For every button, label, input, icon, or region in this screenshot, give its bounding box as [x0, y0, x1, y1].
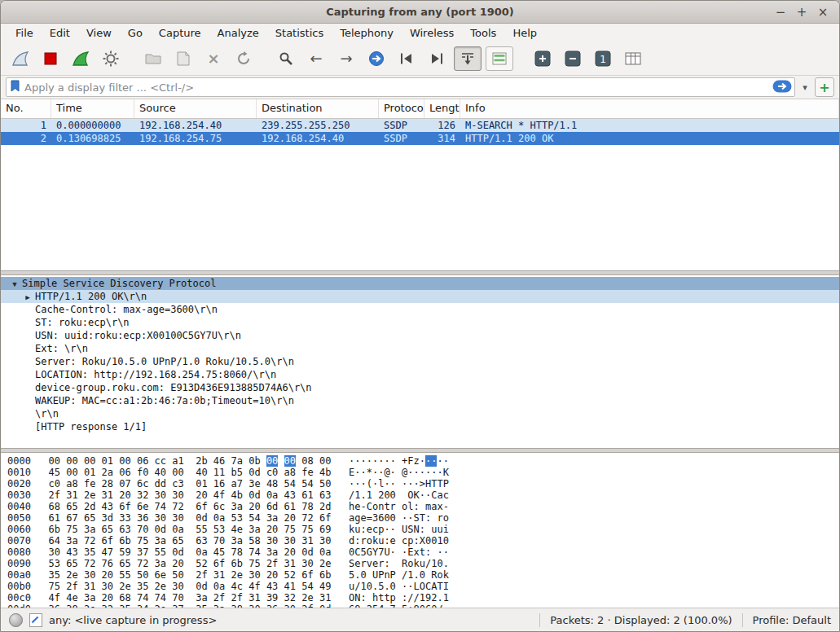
cell-source: 192.168.254.75 — [134, 132, 257, 145]
hex-row-0050[interactable]: 0050 61 67 65 3d 33 36 30 30 0d 0a 53 54… — [7, 512, 839, 524]
cell-length: 126 — [424, 119, 460, 132]
colorize-packets-icon[interactable] — [486, 46, 513, 71]
hex-row-00a0[interactable]: 00a0 35 2e 30 20 55 50 6e 50 2f 31 2e 30… — [7, 569, 839, 581]
detail-line[interactable]: device-group.roku.com: E913D436E913885D7… — [1, 381, 839, 394]
detail-line[interactable]: Cache-Control: max-age=3600\r\n — [1, 303, 839, 316]
detail-line[interactable]: ▼Simple Service Discovery Protocol — [1, 277, 839, 290]
menu-tools[interactable]: Tools — [462, 25, 504, 41]
detail-line[interactable]: Server: Roku/10.5.0 UPnP/1.0 Roku/10.5.0… — [1, 355, 839, 368]
filter-input[interactable] — [20, 81, 772, 94]
close-button[interactable]: × — [816, 6, 829, 19]
expander-open-icon[interactable]: ▼ — [7, 278, 22, 291]
open-file-icon[interactable] — [140, 47, 166, 70]
detail-line[interactable]: [HTTP response 1/1] — [1, 420, 839, 433]
hex-row-0080[interactable]: 0080 30 43 35 47 59 37 55 0d 0a 45 78 74… — [7, 546, 839, 558]
detail-line[interactable]: ▶HTTP/1.1 200 OK\r\n — [1, 290, 839, 303]
capture-options-icon[interactable] — [98, 47, 124, 70]
cell-protocol: SSDP — [379, 119, 424, 132]
filter-dropdown-caret-icon[interactable]: ▾ — [798, 82, 811, 93]
packet-row-1[interactable]: 10.000000000192.168.254.40239.255.255.25… — [1, 119, 839, 132]
zoom-out-icon[interactable] — [560, 47, 586, 70]
menu-telephony[interactable]: Telephony — [332, 25, 402, 41]
status-separator — [742, 613, 743, 627]
menu-edit[interactable]: Edit — [42, 25, 78, 41]
svg-text:1: 1 — [600, 54, 606, 65]
hex-row-0090[interactable]: 0090 53 65 72 76 65 72 3a 20 52 6f 6b 75… — [7, 558, 839, 569]
filter-bar: ▾ + — [1, 76, 839, 99]
menubar: FileEditViewGoCaptureAnalyzeStatisticsTe… — [1, 24, 839, 42]
column-header-destination[interactable]: Destination — [257, 99, 379, 118]
restart-capture-icon[interactable] — [68, 47, 94, 70]
menu-go[interactable]: Go — [120, 25, 151, 41]
profile-text[interactable]: Profile: Default — [753, 614, 831, 626]
filter-add-button[interactable]: + — [815, 77, 834, 97]
hex-row-0070[interactable]: 0070 64 3a 72 6f 6b 75 3a 65 63 70 3a 58… — [7, 535, 839, 546]
cell-no: 2 — [1, 132, 51, 145]
auto-scroll-icon[interactable] — [454, 46, 482, 71]
packet-details-pane: ▼Simple Service Discovery Protocol▶HTTP/… — [1, 275, 839, 448]
menu-wireless[interactable]: Wireless — [402, 25, 462, 41]
packet-row-2[interactable]: 20.130698825192.168.254.75192.168.254.40… — [1, 132, 839, 145]
column-header-time[interactable]: Time — [51, 99, 134, 118]
detail-line[interactable]: Ext: \r\n — [1, 342, 839, 355]
titlebar[interactable]: Capturing from any (port 1900) − + × — [1, 1, 839, 24]
status-right: Packets: 2 · Displayed: 2 (100.0%) Profi… — [539, 613, 831, 627]
detail-line[interactable]: ST: roku:ecp\r\n — [1, 316, 839, 329]
cell-destination: 239.255.255.250 — [257, 119, 379, 132]
resize-columns-icon[interactable] — [620, 47, 646, 70]
hex-row-0000[interactable]: 0000 00 00 00 01 00 06 cc a1 2b 46 7a 0b… — [7, 455, 839, 467]
maximize-button[interactable]: + — [795, 6, 808, 19]
stop-capture-icon[interactable] — [37, 47, 64, 70]
status-separator — [539, 613, 540, 627]
save-file-icon[interactable] — [170, 47, 196, 70]
hex-row-00c0[interactable]: 00c0 4f 4e 3a 20 68 74 74 70 3a 2f 2f 31… — [7, 592, 839, 603]
detail-line[interactable]: LOCATION: http://192.168.254.75:8060/\r\… — [1, 368, 839, 381]
packet-list-header: No.TimeSourceDestinationProtocolLengthIn… — [1, 99, 839, 119]
column-header-length[interactable]: Length — [424, 99, 460, 118]
menu-file[interactable]: File — [7, 25, 42, 41]
toolbar-separator — [517, 49, 526, 68]
capture-status-text: any: <live capture in progress> — [49, 614, 217, 626]
reload-file-icon[interactable] — [231, 47, 257, 70]
cell-info: HTTP/1.1 200 OK — [460, 132, 839, 145]
hex-row-0060[interactable]: 0060 6b 75 3a 65 63 70 0d 0a 55 53 4e 3a… — [7, 524, 839, 535]
hex-row-0040[interactable]: 0040 68 65 2d 43 6f 6e 74 72 6f 6c 3a 20… — [7, 501, 839, 512]
detail-line[interactable]: \r\n — [1, 407, 839, 420]
go-to-packet-icon[interactable] — [363, 47, 389, 70]
toolbar-separator — [128, 49, 136, 68]
detail-line[interactable]: USN: uuid:roku:ecp:X00100C5GY7U\r\n — [1, 329, 839, 342]
expander-closed-icon[interactable]: ▶ — [20, 291, 35, 304]
display-filter-field[interactable] — [6, 77, 795, 97]
hex-row-0030[interactable]: 0030 2f 31 2e 31 20 32 30 30 20 4f 4b 0d… — [7, 489, 839, 501]
menu-analyze[interactable]: Analyze — [209, 25, 267, 41]
cell-time: 0.130698825 — [51, 132, 134, 145]
expert-info-icon[interactable] — [9, 613, 23, 627]
hex-row-0010[interactable]: 0010 45 00 01 2a 06 f0 40 00 40 11 b5 0d… — [7, 467, 839, 478]
filter-bookmark-icon[interactable] — [11, 80, 20, 94]
cell-destination: 192.168.254.40 — [257, 132, 379, 145]
menu-view[interactable]: View — [78, 25, 120, 41]
go-first-packet-icon[interactable] — [394, 47, 420, 70]
minimize-button[interactable]: − — [774, 6, 787, 19]
filter-apply-icon[interactable] — [772, 80, 792, 95]
go-last-packet-icon[interactable] — [424, 47, 450, 70]
go-forward-icon[interactable]: → — [333, 47, 359, 70]
hex-row-00b0[interactable]: 00b0 75 2f 31 30 2e 35 2e 30 0d 0a 4c 4f… — [7, 581, 839, 592]
column-header-protocol[interactable]: Protocol — [379, 99, 424, 118]
hex-row-0020[interactable]: 0020 c0 a8 fe 28 07 6c dd c3 01 16 a7 3e… — [7, 478, 839, 489]
column-header-source[interactable]: Source — [134, 99, 257, 118]
zoom-in-icon[interactable] — [530, 47, 556, 70]
menu-statistics[interactable]: Statistics — [267, 25, 332, 41]
menu-capture[interactable]: Capture — [151, 25, 209, 41]
zoom-original-icon[interactable]: 1 — [590, 47, 616, 70]
toolbar-separator — [261, 49, 269, 68]
column-header-info[interactable]: Info — [460, 99, 839, 118]
start-capture-icon[interactable] — [7, 47, 33, 70]
go-back-icon[interactable]: ← — [303, 47, 329, 70]
close-file-icon[interactable]: × — [200, 47, 226, 70]
find-packet-icon[interactable] — [273, 47, 299, 70]
capture-comment-icon[interactable] — [29, 613, 42, 627]
column-header-no[interactable]: No. — [1, 99, 51, 118]
menu-help[interactable]: Help — [504, 25, 545, 41]
detail-line[interactable]: WAKEUP: MAC=cc:a1:2b:46:7a:0b;Timeout=10… — [1, 394, 839, 407]
